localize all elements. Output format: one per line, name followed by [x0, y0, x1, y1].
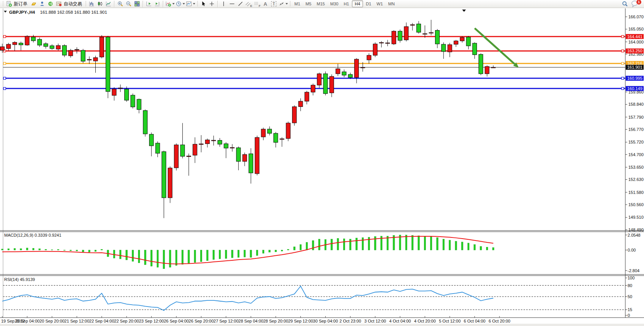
time-tick-label: 28 Sep 20:00: [263, 319, 288, 323]
trendline-button[interactable]: [236, 0, 244, 8]
price-line-label: 161.901: [627, 65, 642, 69]
indicators-icon: [165, 1, 172, 7]
price-line-label: 160.149: [627, 86, 642, 91]
time-tick-label: 3 Oct 12:00: [365, 319, 386, 323]
price-line-label: 163.250: [627, 48, 642, 53]
line-endpoint-marker[interactable]: [3, 77, 6, 79]
periods-button[interactable]: [175, 0, 185, 8]
trendline-icon: [237, 1, 244, 7]
new-order-icon: [6, 1, 12, 7]
macd-tick-label: 0.00: [628, 248, 636, 252]
line-endpoint-marker[interactable]: [3, 87, 6, 90]
time-tick-label: 21 Sep 12:00: [64, 319, 89, 323]
bar-chart-icon: [88, 1, 95, 7]
horizontal-line-button[interactable]: [228, 0, 236, 8]
timeframe-h1-button[interactable]: H1: [341, 1, 351, 7]
signals-button[interactable]: [46, 0, 55, 8]
toolbar-separator: [217, 1, 218, 7]
toolbar-grip[interactable]: [85, 1, 87, 7]
community-button[interactable]: [38, 0, 46, 8]
rsi-tick-label: 15: [628, 307, 632, 312]
rsi-tick-label: 0: [628, 313, 630, 318]
time-tick-label: 6 Oct 20:00: [489, 319, 511, 323]
macd-tick-label: -2.804: [628, 268, 639, 273]
autotrading-button[interactable]: [55, 0, 63, 8]
timeframe-m1-button[interactable]: M1: [292, 1, 302, 7]
timeframe-m15-button[interactable]: M15: [315, 1, 327, 7]
text-button[interactable]: A: [261, 0, 270, 8]
template-icon: [186, 1, 192, 7]
line-endpoint-marker[interactable]: [622, 77, 624, 79]
signal-icon: [47, 1, 54, 7]
tile-windows-icon: [134, 1, 140, 7]
zoom-out-button[interactable]: [124, 0, 133, 8]
mt4-window: { "toolbar": { "new_order_label": "新订单",…: [0, 0, 644, 326]
templates-button[interactable]: [185, 0, 196, 8]
fibonacci-button[interactable]: F: [253, 0, 261, 8]
chart-canvas[interactable]: 166.070165.050164.000162.980159.860158.8…: [0, 0, 644, 326]
zoom-out-icon: [125, 1, 132, 7]
toolbar-grip[interactable]: [2, 1, 4, 7]
toolbar-grip[interactable]: [289, 1, 291, 7]
chart-shift-icon: [154, 1, 161, 7]
timeframe-mn-button[interactable]: MN: [386, 1, 397, 7]
auto-scroll-icon: [146, 1, 152, 7]
auto-scroll-button[interactable]: [145, 0, 153, 8]
time-tick-label: 5 Oct 12:00: [439, 319, 461, 323]
search-button[interactable]: [621, 0, 629, 8]
new-order-label[interactable]: 新订单: [14, 1, 27, 7]
timeframe-h4-button[interactable]: H4: [352, 0, 363, 7]
line-endpoint-marker[interactable]: [622, 87, 624, 90]
price-tick-label: 150.560: [628, 202, 644, 207]
candlestick-chart-button[interactable]: [96, 0, 104, 8]
time-tick-label: 26 Sep 20:00: [189, 319, 214, 323]
clock-icon: [175, 1, 182, 7]
text-tool-glyph: A: [263, 1, 267, 7]
tile-windows-button[interactable]: [133, 0, 141, 8]
dropdown-caret-icon: [172, 3, 175, 5]
equidistant-channel-button[interactable]: E: [244, 0, 253, 8]
indicators-button[interactable]: [165, 0, 175, 8]
price-tick-label: 164.000: [628, 40, 644, 44]
chat-button[interactable]: 1: [631, 0, 641, 8]
zoom-in-button[interactable]: [116, 0, 124, 8]
fibonacci-glyph: F: [259, 4, 261, 8]
time-tick-label: 20 Sep 04:00: [14, 319, 39, 323]
line-endpoint-marker[interactable]: [3, 62, 6, 65]
line-endpoint-marker[interactable]: [3, 36, 6, 38]
market-button[interactable]: [29, 0, 38, 8]
timeframe-w1-button[interactable]: W1: [374, 1, 385, 7]
line-endpoint-marker[interactable]: [622, 36, 624, 38]
line-chart-button[interactable]: [104, 0, 112, 8]
new-order-button[interactable]: [5, 0, 13, 8]
rsi-tick-label: 100: [628, 276, 634, 280]
bar-chart-button[interactable]: [87, 0, 96, 8]
toolbar-grip[interactable]: [196, 1, 198, 7]
price-tick-label: 155.720: [628, 140, 644, 144]
arrows-button[interactable]: [278, 0, 288, 8]
dropdown-caret-icon: [183, 3, 185, 5]
chart-shift-button[interactable]: [153, 0, 161, 8]
timeframe-d1-button[interactable]: D1: [364, 1, 374, 7]
text-label-button[interactable]: T: [270, 0, 278, 8]
arrows-icon: [278, 1, 285, 7]
vertical-line-button[interactable]: [219, 0, 228, 8]
window-bottom-edge: [0, 324, 644, 326]
main-toolbar: 新订单 自动交易: [0, 0, 644, 8]
cursor-button[interactable]: [199, 0, 207, 8]
price-tick-label: 151.580: [628, 190, 644, 195]
chat-badge: 1: [636, 0, 641, 5]
timeframe-m30-button[interactable]: M30: [328, 1, 340, 7]
channel-glyph: E: [250, 4, 252, 8]
line-endpoint-marker[interactable]: [622, 50, 624, 52]
crosshair-button[interactable]: [207, 0, 216, 8]
chart-title: GBPJPY-,H4: [9, 10, 35, 15]
timeframe-m5-button[interactable]: M5: [303, 1, 313, 7]
line-endpoint-marker[interactable]: [622, 62, 624, 65]
price-tick-label: 149.510: [628, 215, 644, 219]
time-tick-label: 4 Oct 04:00: [389, 319, 411, 323]
autotrading-icon: [56, 1, 62, 7]
macd-label: MACD(12,26,9) 0.3339 0.9241: [4, 233, 61, 237]
autotrading-label[interactable]: 自动交易: [64, 1, 82, 7]
price-line-label: 164.441: [627, 34, 642, 39]
